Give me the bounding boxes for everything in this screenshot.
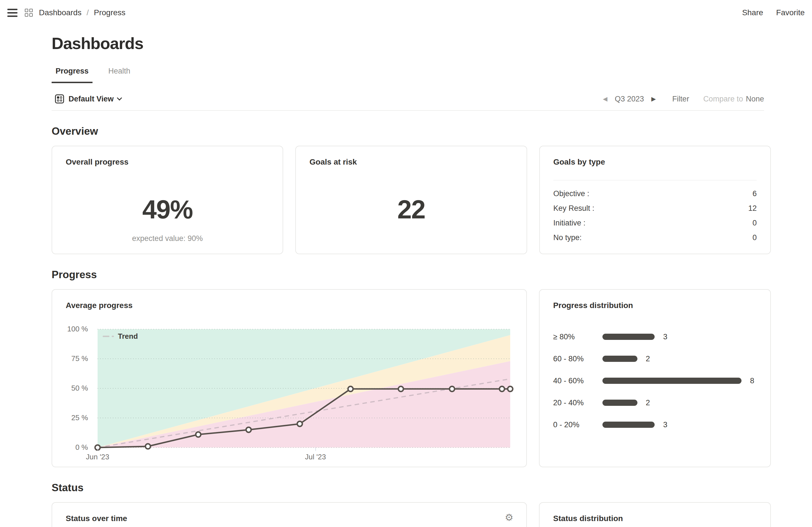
expected-value-label: expected value: 90% — [52, 234, 282, 243]
view-grid-icon — [55, 94, 64, 103]
distribution-label: 40 - 60% — [553, 377, 603, 385]
period-label[interactable]: Q3 2023 — [615, 95, 644, 103]
distribution-label: ≥ 80% — [553, 333, 603, 341]
view-selector[interactable]: Default View — [55, 94, 121, 103]
favorite-button[interactable]: Favorite — [776, 8, 805, 17]
row-label: Objective : — [553, 190, 590, 198]
goals-by-type-rows: Objective : 6 Key Result : 12 Initiative… — [553, 186, 757, 245]
distribution-bar — [603, 334, 655, 340]
next-period-button[interactable]: ▶ — [651, 95, 656, 102]
average-progress-card: Average progress Trend 100 %75 %50 %25 %… — [52, 289, 527, 467]
gear-icon[interactable]: ⚙ — [505, 512, 513, 523]
toolbar: Default View ◀ Q3 2023 ▶ Filter Compare … — [52, 94, 764, 111]
share-button[interactable]: Share — [742, 8, 763, 17]
breadcrumb-progress[interactable]: Progress — [94, 8, 126, 17]
row-value: 0 — [753, 234, 757, 242]
distribution-label: 60 - 80% — [553, 355, 603, 363]
overall-progress-card: Overall progress 49% expected value: 90% — [52, 146, 283, 254]
chevron-down-icon — [117, 95, 122, 100]
overview-cards: Overall progress 49% expected value: 90%… — [52, 146, 771, 254]
status-over-time-card: Status over time ⚙ — [52, 502, 527, 527]
previous-period-button[interactable]: ◀ — [603, 95, 607, 102]
card-divider — [553, 180, 757, 180]
breadcrumb-dashboards[interactable]: Dashboards — [39, 8, 82, 17]
distribution-count: 3 — [663, 333, 667, 341]
data-point — [398, 386, 403, 391]
topbar-actions: Share Favorite — [742, 8, 805, 17]
compare-to-button[interactable]: Compare toNone — [703, 95, 764, 103]
x-axis-label: Jul '23 — [305, 453, 326, 461]
row-label: No type: — [553, 234, 582, 242]
status-distribution-card: Status distribution — [539, 502, 771, 527]
data-point — [246, 427, 251, 432]
tab-progress[interactable]: Progress — [52, 67, 92, 83]
toolbar-right: ◀ Q3 2023 ▶ Filter Compare toNone — [603, 95, 764, 103]
hamburger-menu-icon[interactable] — [7, 9, 17, 17]
trend-dash-icon — [103, 336, 110, 337]
status-cards: Status over time ⚙ Status distribution — [52, 502, 771, 527]
distribution-count: 2 — [646, 355, 650, 363]
x-axis-label: Jun '23 — [86, 453, 109, 461]
goals-by-type-card: Goals by type Objective : 6 Key Result :… — [539, 146, 771, 254]
data-point — [508, 386, 513, 391]
distribution-count: 3 — [663, 420, 667, 429]
breadcrumb-separator: / — [87, 8, 89, 17]
dashboards-grid-icon[interactable] — [25, 9, 33, 17]
distribution-row: 20 - 40%2 — [553, 392, 757, 414]
data-point — [196, 432, 201, 437]
distribution-row: 40 - 60%8 — [553, 370, 757, 392]
table-row: Initiative : 0 — [553, 215, 757, 230]
row-value: 0 — [753, 219, 757, 227]
x-axis-tick — [98, 448, 98, 451]
distribution-label: 0 - 20% — [553, 420, 603, 429]
dashboard-tabs: Progress Health — [52, 67, 771, 83]
distribution-bar — [603, 378, 741, 384]
distribution-row: 0 - 20%3 — [553, 414, 757, 436]
compare-value: None — [746, 95, 764, 103]
distribution-bar — [603, 356, 637, 362]
legend-label: Trend — [118, 332, 138, 341]
distribution-label: 20 - 40% — [553, 398, 603, 407]
y-axis-label: 100 % — [52, 325, 88, 333]
average-progress-chart: Trend 100 %75 %50 %25 %0 %Jun '23Jul '23 — [52, 290, 526, 467]
y-axis-label: 25 % — [52, 413, 88, 422]
row-value: 6 — [753, 190, 757, 198]
section-progress-title: Progress — [52, 269, 771, 281]
section-status-title: Status — [52, 482, 771, 494]
compare-prefix: Compare to — [703, 95, 743, 103]
page-title: Dashboards — [52, 34, 771, 53]
progress-cards: Average progress Trend 100 %75 %50 %25 %… — [52, 289, 771, 467]
card-title: Status distribution — [553, 514, 623, 523]
data-point — [145, 444, 150, 449]
chart-legend: Trend — [103, 332, 138, 341]
card-title: Goals by type — [553, 157, 605, 167]
distribution-count: 2 — [646, 398, 650, 407]
table-row: Objective : 6 — [553, 186, 757, 201]
row-label: Key Result : — [553, 204, 595, 213]
data-point — [297, 421, 302, 426]
row-label: Initiative : — [553, 219, 585, 227]
filter-button[interactable]: Filter — [672, 95, 689, 103]
trend-dash-icon — [112, 336, 114, 337]
goals-at-risk-value: 22 — [296, 195, 526, 224]
overall-progress-value: 49% — [52, 195, 282, 224]
table-row: Key Result : 12 — [553, 201, 757, 215]
topbar: Dashboards / Progress Share Favorite — [0, 0, 812, 25]
card-title: Status over time — [66, 514, 127, 523]
distribution-count: 8 — [750, 377, 754, 385]
distribution-row: ≥ 80%3 — [553, 326, 757, 348]
distribution-bar — [603, 400, 637, 406]
card-title: Goals at risk — [309, 157, 357, 167]
distribution-bar — [603, 422, 655, 428]
tab-health[interactable]: Health — [104, 67, 134, 83]
view-selector-label: Default View — [69, 95, 114, 103]
main-content: Dashboards Progress Health Default View … — [52, 34, 771, 527]
y-axis-label: 50 % — [52, 384, 88, 393]
progress-distribution-rows: ≥ 80%360 - 80%240 - 60%820 - 40%20 - 20%… — [553, 326, 757, 436]
card-title: Progress distribution — [553, 301, 633, 310]
section-overview-title: Overview — [52, 125, 771, 137]
y-axis-label: 0 % — [52, 443, 88, 452]
table-row: No type: 0 — [553, 230, 757, 245]
data-point — [499, 386, 505, 391]
y-axis-label: 75 % — [52, 354, 88, 363]
